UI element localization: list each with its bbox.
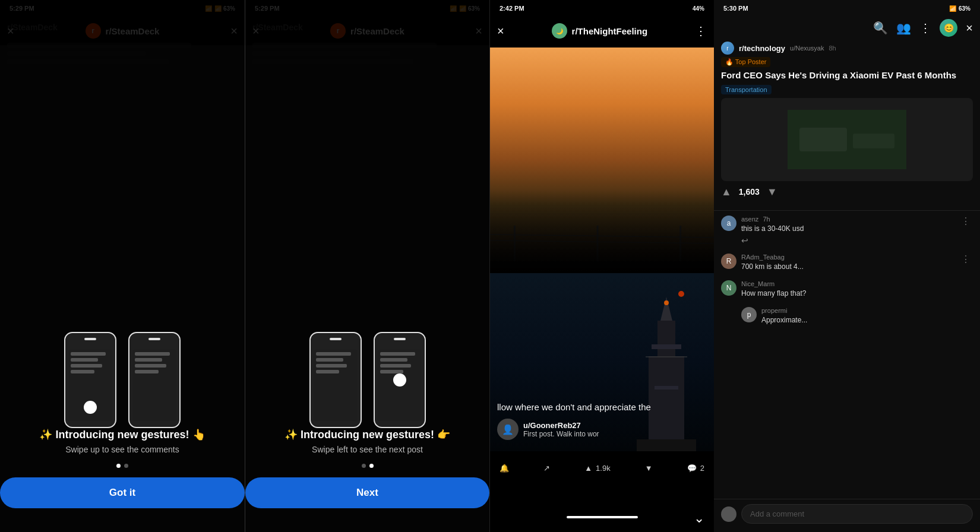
comment-count: 2 bbox=[700, 464, 704, 473]
downvote-btn-4[interactable]: ▼ bbox=[767, 186, 777, 198]
gesture-overlay-1: ✨ Introducing new gestures! 👆 Swipe up t… bbox=[0, 0, 245, 532]
comment-more-2[interactable]: ⋮ bbox=[959, 254, 973, 272]
vote-count-4: 1,603 bbox=[739, 187, 760, 197]
user-row-3: 👤 u/GoonerReb27 First post. Walk into wo… bbox=[490, 419, 714, 440]
dot-1-1 bbox=[116, 464, 121, 468]
post-author-4: u/Nexusyak bbox=[790, 45, 824, 52]
gesture-dots-1 bbox=[116, 464, 128, 468]
search-icon[interactable]: 🔍 bbox=[873, 21, 888, 35]
reply-input-4[interactable]: Add a comment bbox=[741, 504, 973, 524]
comment-text-4: Approximate... bbox=[761, 315, 973, 325]
downvote-action[interactable]: ▼ bbox=[645, 464, 653, 473]
tower-light bbox=[678, 291, 684, 297]
bell-action[interactable]: 🔔 bbox=[500, 464, 509, 473]
dot-1-2 bbox=[124, 464, 128, 468]
nav-indicator-3 bbox=[567, 516, 638, 518]
dot-2-2 bbox=[369, 464, 374, 468]
comment-avatar-1: a bbox=[721, 216, 736, 231]
gesture-subtitle-2: Swipe left to see the next post bbox=[312, 445, 423, 454]
phone-notch-2b bbox=[394, 338, 406, 340]
comment-item-2: R RAdm_Teabag 700 km is about 4... ⋮ bbox=[721, 254, 973, 272]
panel-got-it: 5:29 PM 📶 📶 63% × r r/SteamDeck × r/Stea… bbox=[0, 0, 245, 532]
next-button[interactable]: Next bbox=[245, 477, 489, 508]
top-icons-4: 🔍 👥 ⋮ 😊 × bbox=[714, 17, 980, 39]
phone-notch-2a bbox=[330, 338, 342, 340]
phone-mockups-2 bbox=[309, 332, 426, 428]
comment-author-2: RAdm_Teabag bbox=[741, 254, 954, 261]
status-bar-3: 2:42 PM 44% bbox=[490, 0, 714, 17]
dot-2-1 bbox=[362, 464, 366, 468]
gesture-title-2: ✨ Introducing new gestures! 👉 bbox=[284, 428, 450, 441]
close-icon-4[interactable]: × bbox=[966, 21, 973, 35]
panel-technology: 5:30 PM 📶 63% 🔍 👥 ⋮ 😊 × r r/technology u… bbox=[714, 0, 980, 532]
panel-night-feeling: 2:42 PM 44% × 🌙 r/TheNightFeeling ⋮ bbox=[489, 0, 714, 532]
comment-more-1[interactable]: ⋮ bbox=[959, 216, 973, 246]
comment-icon: 💬 bbox=[687, 464, 697, 473]
reply-icon-1[interactable]: ↩ bbox=[741, 236, 748, 245]
vote-row-4: ▲ 1,603 ▼ bbox=[721, 186, 973, 198]
post-time-4: 8h bbox=[829, 45, 836, 52]
phone-screen-2a bbox=[314, 350, 358, 421]
phone-notch-1a bbox=[84, 338, 96, 340]
comment-body-3: Nice_Marm How many flap that? bbox=[741, 280, 973, 299]
user-avatar-icon[interactable]: 😊 bbox=[940, 19, 957, 37]
username-3: u/GoonerReb27 bbox=[523, 421, 599, 430]
nav-bar-3: ⌄ bbox=[490, 502, 714, 532]
horizon-gradient bbox=[490, 190, 714, 273]
comment-text-2: 700 km is about 4... bbox=[741, 262, 954, 272]
gesture-title-1: ✨ Introducing new gestures! 👆 bbox=[39, 428, 205, 441]
top-poster-badge: 🔥 Top Poster bbox=[721, 57, 770, 67]
share-action[interactable]: ↗ bbox=[543, 464, 550, 473]
share-icon: ↗ bbox=[543, 464, 550, 473]
post-meta-row: r r/technology u/Nexusyak 8h bbox=[721, 42, 973, 55]
comment-body-1: asenz 7h this is a 30-40K usd ↩ bbox=[741, 216, 954, 246]
technology-inner: 5:30 PM 📶 63% 🔍 👥 ⋮ 😊 × r r/technology u… bbox=[714, 0, 980, 532]
svg-rect-12 bbox=[646, 356, 687, 357]
user-check-icon[interactable]: 👥 bbox=[896, 21, 911, 35]
post-caption-3: llow where we don't and appreciate the bbox=[490, 401, 714, 413]
time-4: 5:30 PM bbox=[723, 5, 748, 12]
comment-author-4: propermi bbox=[761, 307, 973, 314]
swipe-dot-1a bbox=[84, 401, 97, 414]
upvote-icon: ▲ bbox=[584, 464, 592, 473]
phone-mockup-1a bbox=[64, 332, 116, 428]
comment-body-2: RAdm_Teabag 700 km is about 4... bbox=[741, 254, 954, 272]
upvote-btn-4[interactable]: ▲ bbox=[721, 186, 732, 198]
reply-bar-4: Add a comment bbox=[714, 499, 980, 532]
post-tag-4: Transportation bbox=[721, 85, 772, 94]
post-thumbnail-4 bbox=[721, 98, 973, 181]
post-desc-3: First post. Walk into wor bbox=[523, 430, 599, 438]
battery-3: 44% bbox=[693, 5, 704, 12]
more-vertical-icon[interactable]: ⋮ bbox=[919, 21, 931, 35]
comment-list-4: a asenz 7h this is a 30-40K usd ↩ ⋮ R bbox=[714, 216, 980, 325]
more-3[interactable]: ⋮ bbox=[695, 24, 707, 38]
swipe-dot-2b bbox=[393, 373, 406, 387]
gesture-subtitle-1: Swipe up to see the comments bbox=[65, 445, 179, 454]
panel-next: 5:29 PM 📶 📶 63% × r r/SteamDeck × r/Stea… bbox=[245, 0, 489, 532]
phone-mockups-1 bbox=[64, 332, 181, 428]
svg-rect-16 bbox=[853, 134, 894, 148]
chevron-down-btn-3[interactable]: ⌄ bbox=[694, 511, 704, 526]
phone-notch-1b bbox=[148, 338, 160, 340]
comment-item-1: a asenz 7h this is a 30-40K usd ↩ ⋮ bbox=[721, 216, 973, 246]
top-bar-3: × 🌙 r/TheNightFeeling ⋮ bbox=[490, 17, 714, 45]
comment-avatar-4: p bbox=[741, 307, 757, 322]
got-it-button[interactable]: Got it bbox=[0, 477, 245, 508]
comment-body-4: propermi Approximate... bbox=[761, 307, 973, 325]
comment-action[interactable]: 💬 2 bbox=[687, 464, 704, 473]
action-bar-3: 🔔 ↗ ▲ 1.9k ▼ 💬 2 bbox=[490, 464, 714, 473]
status-bar-4: 5:30 PM 📶 63% bbox=[714, 0, 980, 17]
comment-author-3: Nice_Marm bbox=[741, 280, 973, 287]
comment-avatar-2: R bbox=[721, 254, 736, 269]
subreddit-title-3: 🌙 r/TheNightFeeling bbox=[552, 23, 648, 39]
upvote-action[interactable]: ▲ 1.9k bbox=[584, 464, 610, 473]
community-icon-4: r bbox=[721, 42, 734, 55]
svg-rect-15 bbox=[799, 128, 847, 151]
post-area-4: r r/technology u/Nexusyak 8h 🔥 Top Poste… bbox=[714, 39, 980, 208]
comment-text-1: this is a 30-40K usd bbox=[741, 224, 954, 234]
sunset-image bbox=[490, 48, 714, 273]
downvote-icon: ▼ bbox=[645, 464, 653, 473]
close-3[interactable]: × bbox=[497, 24, 504, 38]
user-avatar-3: 👤 bbox=[497, 419, 519, 440]
community-name-4: r/technology bbox=[739, 44, 785, 53]
